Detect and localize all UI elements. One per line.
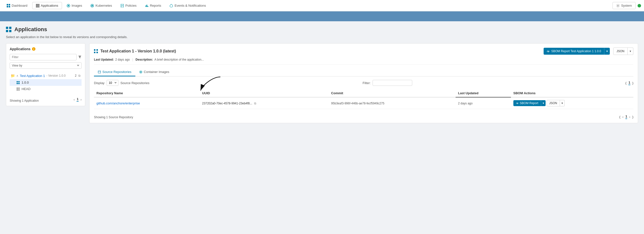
display-row: Display 10 Source Repositories Filter: (…: [94, 80, 633, 86]
status-indicator: [638, 4, 641, 7]
head-grid-icon: [16, 88, 20, 91]
view-by-select[interactable]: View by: [10, 62, 82, 69]
tab-container-images[interactable]: Container Images: [135, 68, 173, 76]
col-last-updated: Last Updated: [456, 89, 511, 97]
svg-point-21: [618, 5, 618, 6]
copy-uuid-button[interactable]: ⧉: [254, 102, 256, 105]
sbom-btn-label: SBOM Report Test Application 1 1.0.0: [551, 49, 601, 53]
source-repos-table: Repository Name UUID Commit Last Updated: [94, 89, 633, 109]
tab-row: Source Repositories Container Images: [94, 68, 633, 76]
row-sbom-dropdown-button[interactable]: ▾: [541, 100, 546, 106]
json-dropdown-button[interactable]: ▾: [628, 47, 633, 55]
col-commit: Commit: [329, 89, 456, 97]
filter-input[interactable]: [10, 54, 76, 60]
app-name-link[interactable]: Test Application 1: [20, 74, 45, 78]
copy-app-button[interactable]: ⧉: [78, 74, 80, 77]
filter-label: Filter:: [363, 81, 371, 85]
svg-rect-9: [38, 5, 40, 6]
nav-reports[interactable]: Reports: [141, 2, 165, 9]
left-prev-button[interactable]: ‹: [74, 98, 74, 102]
json-button[interactable]: JSON: [613, 47, 628, 55]
col-sbom-actions: SBOM Actions: [511, 89, 633, 97]
nav-reports-label: Reports: [150, 4, 161, 7]
svg-rect-31: [18, 88, 20, 89]
nav-events[interactable]: Events & Notifications: [166, 2, 210, 9]
page-subtitle: Select an application in the list below …: [6, 35, 638, 39]
nav-dashboard[interactable]: Dashboard: [3, 2, 31, 9]
head-label: HEAD: [22, 87, 30, 91]
svg-rect-36: [94, 52, 96, 53]
svg-rect-1: [9, 4, 10, 5]
cell-uuid: 237202a0-70ec-4578-9941-23eb4f8... ⧉: [200, 97, 329, 109]
last-updated-time: 2 days ago: [458, 102, 473, 105]
row-json-button[interactable]: JSON: [546, 100, 560, 106]
filter-row: [10, 54, 82, 60]
main-content: Applications Select an application in th…: [0, 21, 644, 128]
display-select[interactable]: 10: [106, 80, 118, 86]
left-next-button[interactable]: ›: [80, 98, 82, 102]
showing-source-repos-label: Showing 1 Source Repository: [94, 116, 133, 119]
right-top-page-number: 1: [628, 81, 630, 85]
right-panel: Test Application 1 - Version 1.0.0 (late…: [89, 43, 638, 123]
two-column-layout: Applications i View by 📁 ∧ Test Applica: [6, 43, 638, 123]
system-label: System: [621, 4, 632, 7]
svg-rect-7: [36, 5, 37, 6]
info-icon[interactable]: i: [32, 47, 36, 51]
nav-images-label: Images: [72, 4, 82, 7]
sbom-report-btn-group: SBOM Report Test Application 1 1.0.0 ▾: [544, 48, 610, 55]
kubernetes-icon: [90, 4, 94, 7]
uuid-text: 237202a0-70ec-4578-9941-23eb4f8...: [202, 102, 252, 105]
version-item-head[interactable]: HEAD: [10, 86, 82, 92]
applications-panel-title: Applications: [10, 47, 30, 51]
last-updated-label: Last Updated:: [94, 58, 114, 61]
nav-events-label: Events & Notifications: [174, 4, 206, 7]
svg-rect-37: [96, 52, 98, 53]
svg-rect-24: [6, 30, 8, 32]
blue-banner: [0, 11, 644, 21]
nav-kubernetes[interactable]: Kubernetes: [87, 2, 116, 9]
left-panel-header: Applications i: [10, 47, 82, 51]
description-value: A brief description of the application..…: [154, 58, 204, 61]
events-icon: [170, 4, 173, 7]
nav-policies[interactable]: Policies: [117, 2, 140, 9]
filter-funnel-icon: [78, 55, 82, 59]
filter-button[interactable]: [78, 55, 82, 59]
tab-source-repositories[interactable]: Source Repositories: [94, 68, 135, 76]
app-count: 2 ⧉: [75, 74, 80, 77]
sbom-report-button[interactable]: SBOM Report Test Application 1 1.0.0: [544, 48, 604, 55]
right-panel-header: Test Application 1 - Version 1.0.0 (late…: [94, 47, 633, 55]
source-repo-tab-icon: [98, 71, 101, 73]
row-sbom-action-group: SBOM Report ▾ JSON ▾: [513, 100, 631, 106]
description-label: Description:: [136, 58, 153, 61]
nav-images[interactable]: Images: [63, 2, 86, 9]
nav-dashboard-label: Dashboard: [12, 4, 28, 7]
nav-applications[interactable]: Applications: [32, 2, 62, 9]
system-button[interactable]: System: [612, 2, 636, 9]
version-item-100[interactable]: 1.0.0: [10, 79, 82, 86]
row-sbom-report-button[interactable]: SBOM Report: [513, 100, 541, 106]
folder-icon: 📁: [11, 74, 15, 78]
nav-right-area: System: [612, 2, 641, 9]
table-area: Repository Name UUID Commit Last Updated: [94, 89, 633, 109]
right-next-button[interactable]: ›: [629, 115, 630, 119]
container-tab-icon: [139, 71, 142, 73]
meta-row: Last Updated: 2 days ago | Description: …: [94, 58, 633, 65]
svg-rect-11: [37, 6, 38, 7]
svg-rect-3: [9, 6, 10, 7]
row-json-dropdown-button[interactable]: ▾: [560, 100, 565, 106]
app-caret: ∧: [16, 74, 18, 77]
repo-name-link[interactable]: github.com/anchore/enterprise: [96, 102, 140, 105]
left-panel: Applications i View by 📁 ∧ Test Applica: [6, 43, 85, 106]
tab-container-label: Container Images: [144, 70, 169, 74]
right-prev-button[interactable]: ‹: [622, 115, 624, 119]
left-page-number: 1: [76, 97, 78, 102]
source-repos-display-label: Source Repositories: [120, 81, 150, 85]
sbom-dropdown-button[interactable]: ▾: [604, 48, 610, 55]
svg-rect-33: [18, 89, 20, 91]
tab-source-label: Source Repositories: [102, 70, 132, 74]
left-pagination: ‹ 1 ›: [74, 97, 82, 102]
table-filter-input[interactable]: [372, 80, 412, 86]
table-row: github.com/anchore/enterprise 237202a0-7…: [94, 97, 633, 109]
svg-point-42: [140, 71, 142, 73]
svg-rect-2: [7, 6, 8, 7]
